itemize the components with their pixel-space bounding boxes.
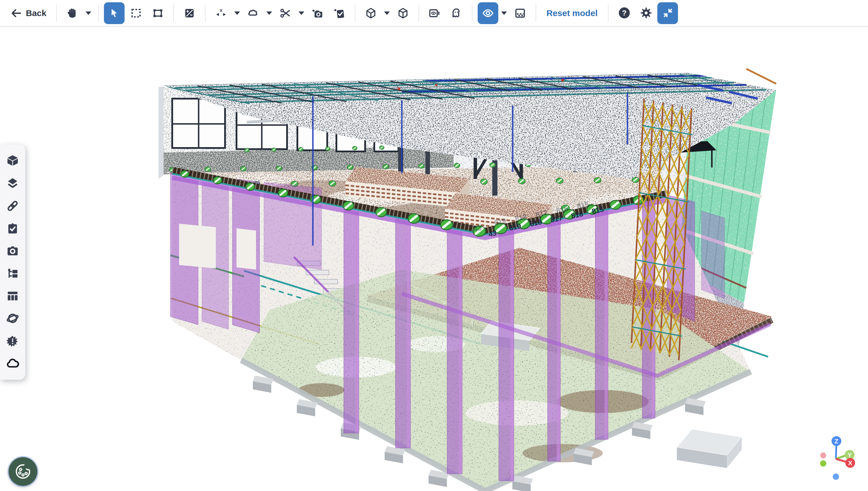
open-cube-icon bbox=[397, 7, 409, 19]
divider bbox=[418, 4, 419, 22]
sidebar-item-layers[interactable] bbox=[4, 175, 21, 192]
back-label: Back bbox=[26, 8, 47, 18]
axis-neg-x-ball bbox=[820, 453, 826, 459]
move-axis-dropdown[interactable] bbox=[233, 2, 242, 24]
svg-text:43: 43 bbox=[488, 229, 497, 238]
svg-text:x: x bbox=[220, 7, 222, 12]
visibility-dropdown[interactable] bbox=[499, 2, 509, 24]
pan-tool-dropdown[interactable] bbox=[84, 2, 93, 24]
viewport-3d-canvas[interactable]: 4343819819818818817817816816815815 Y X Z bbox=[0, 0, 868, 491]
divider bbox=[536, 4, 536, 22]
back-button[interactable]: Back bbox=[6, 2, 51, 24]
sidebar-item-pointcloud[interactable] bbox=[4, 355, 21, 372]
crane-boom bbox=[746, 69, 776, 84]
cloud-select-dropdown[interactable] bbox=[265, 2, 274, 24]
unfold-cube-button[interactable] bbox=[393, 2, 413, 24]
marquee-select-button[interactable] bbox=[126, 2, 146, 24]
orbit-sphere-icon bbox=[6, 312, 20, 325]
settings-button[interactable] bbox=[635, 2, 656, 24]
svg-text:Z: Z bbox=[834, 438, 838, 445]
transform-icon bbox=[152, 7, 164, 19]
clash-burst-icon bbox=[6, 334, 20, 348]
cloud-select-button[interactable] bbox=[243, 2, 264, 24]
hierarchy-tree-icon bbox=[6, 266, 20, 280]
divider bbox=[56, 4, 57, 22]
reset-model-label: Reset model bbox=[546, 8, 598, 18]
divider bbox=[355, 4, 355, 22]
eye-icon bbox=[481, 7, 495, 19]
axis-neg-z-ball bbox=[833, 473, 839, 480]
reset-model-button[interactable]: Reset model bbox=[541, 2, 603, 24]
divider bbox=[173, 4, 174, 22]
move-axis-button[interactable]: x bbox=[211, 2, 232, 24]
move-x-icon: x bbox=[214, 7, 228, 19]
cursor-icon bbox=[108, 7, 120, 19]
svg-text:43: 43 bbox=[473, 224, 482, 233]
sidebar-item-clashes[interactable] bbox=[4, 333, 21, 350]
hand-icon bbox=[66, 7, 79, 19]
layers-icon bbox=[6, 176, 20, 190]
add-photo-button[interactable] bbox=[307, 2, 328, 24]
link-icon bbox=[6, 199, 20, 212]
exposure-icon bbox=[183, 7, 196, 19]
ghost-mode-button[interactable] bbox=[446, 2, 467, 24]
axis-gizmo[interactable]: Y X Z bbox=[820, 436, 855, 480]
checkerboard-icon bbox=[514, 7, 526, 19]
camera-icon bbox=[6, 244, 20, 258]
visibility-button[interactable] bbox=[478, 2, 498, 24]
svg-text:?: ? bbox=[622, 9, 626, 17]
transparency-button[interactable] bbox=[510, 2, 531, 24]
table-columns-icon bbox=[6, 289, 20, 303]
cloud-lasso-icon bbox=[247, 7, 260, 19]
clipboard-plus-icon bbox=[333, 7, 346, 19]
cut-dropdown[interactable] bbox=[297, 2, 306, 24]
collapse-icon bbox=[661, 6, 674, 20]
exposure-button[interactable] bbox=[179, 2, 200, 24]
cube-icon bbox=[364, 7, 377, 19]
left-sidebar bbox=[0, 145, 25, 380]
divider bbox=[608, 4, 608, 22]
cloud-icon bbox=[5, 357, 20, 371]
camera-plus-icon bbox=[311, 7, 324, 19]
marquee-icon bbox=[130, 7, 142, 19]
model-box-icon bbox=[6, 154, 20, 168]
app-window: 4343819819818818817817816816815815 Y X Z bbox=[0, 0, 868, 491]
svg-text:X: X bbox=[848, 459, 852, 467]
top-toolbar: Back bbox=[0, 0, 868, 26]
sidebar-item-model[interactable] bbox=[4, 152, 21, 169]
gear-icon bbox=[639, 6, 652, 20]
cookie-palette-icon bbox=[13, 462, 33, 481]
sidebar-item-tasks[interactable] bbox=[4, 220, 21, 237]
help-icon: ? bbox=[617, 6, 631, 20]
sidebar-item-viewer[interactable] bbox=[4, 310, 21, 327]
minimize-view-button[interactable] bbox=[657, 2, 678, 24]
scan-card-eye-icon bbox=[428, 7, 441, 19]
help-button[interactable]: ? bbox=[614, 2, 634, 24]
transform-select-button[interactable] bbox=[147, 2, 168, 24]
divider bbox=[472, 4, 472, 22]
divider bbox=[98, 4, 99, 22]
sidebar-item-tables[interactable] bbox=[4, 287, 21, 305]
view-cube-dropdown[interactable] bbox=[382, 2, 391, 24]
cut-button[interactable] bbox=[275, 2, 296, 24]
divider bbox=[205, 4, 206, 22]
appearance-button[interactable] bbox=[9, 457, 37, 486]
sidebar-item-hierarchy[interactable] bbox=[4, 265, 21, 282]
select-cursor-button[interactable] bbox=[104, 2, 125, 24]
scan-view-button[interactable] bbox=[424, 2, 445, 24]
svg-text:Y: Y bbox=[848, 452, 852, 459]
clipboard-check-icon bbox=[6, 222, 20, 235]
view-cube-button[interactable] bbox=[360, 2, 381, 24]
ghost-icon bbox=[450, 7, 463, 19]
axis-neg-y-ball bbox=[820, 460, 826, 467]
arrow-left-icon bbox=[10, 7, 22, 19]
sidebar-item-photos[interactable] bbox=[4, 242, 21, 260]
scissors-icon bbox=[279, 7, 292, 19]
add-task-button[interactable] bbox=[329, 2, 350, 24]
pan-hand-button[interactable] bbox=[62, 2, 83, 24]
sidebar-item-links[interactable] bbox=[4, 197, 21, 214]
